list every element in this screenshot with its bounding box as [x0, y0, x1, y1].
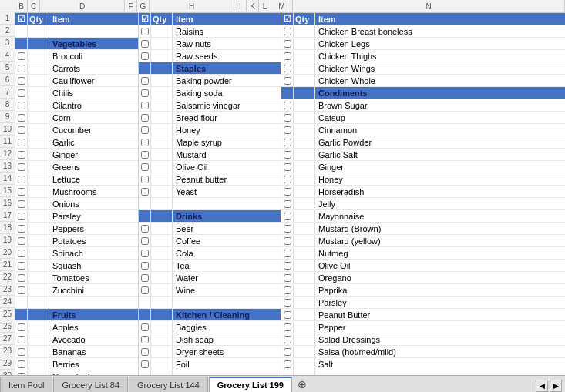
list-item: Corn: [15, 112, 138, 124]
list-item: Greens: [15, 161, 138, 173]
list-item: Maple syrup: [139, 136, 281, 149]
list-item: Bananas: [15, 346, 138, 358]
col2-header-qty: Qty: [151, 13, 173, 25]
list-item: Chicken Legs: [281, 38, 565, 50]
list-item: Balsamic vinegar: [139, 99, 281, 112]
col1-header-qty: Qty: [28, 13, 49, 25]
columns-wrapper: ☑ Qty Item Vegetables Broccoli Carro: [15, 12, 565, 375]
list-item: Peanut butter: [139, 173, 281, 186]
col-d: D: [40, 0, 125, 12]
list-item: Olive Oil: [281, 260, 565, 272]
list-item: Jelly: [281, 198, 565, 210]
list-item: Cucumber: [15, 124, 138, 136]
col-b: B: [15, 0, 28, 12]
tab-grocery-199[interactable]: Grocery List 199: [209, 377, 292, 392]
list-item: Raw nuts: [139, 38, 281, 50]
list-item: Dish soap: [139, 333, 281, 346]
tab-scroll-left-button[interactable]: ◀: [536, 380, 548, 392]
col-k: K: [247, 0, 259, 12]
col3-header-qty: Qty: [294, 13, 315, 25]
list-item: Baking powder: [139, 75, 281, 87]
col-group-1: ☑ Qty Item Vegetables Broccoli Carro: [15, 13, 139, 375]
list-item: Olive Oil: [139, 161, 281, 173]
list-item: Chilis: [15, 87, 138, 99]
col-c: C: [28, 0, 40, 12]
list-item: Baking soda: [139, 87, 281, 99]
list-item: Chicken Wings: [281, 62, 565, 75]
tab-item-pool[interactable]: Item Pool: [0, 377, 52, 392]
col-group-2: ☑ Qty Item Raisins Raw nuts Raw seeds St…: [139, 13, 281, 375]
list-item: Honey: [139, 124, 281, 136]
list-item: Chicken Breast boneless: [281, 25, 565, 38]
add-sheet-button[interactable]: ⊕: [293, 377, 311, 392]
list-item: Coffee: [139, 235, 281, 247]
col1-row-2: [15, 25, 138, 38]
tab-grocery-84[interactable]: Grocery List 84: [53, 377, 128, 392]
list-item: Spinach: [15, 247, 138, 260]
col2-header-checkbox: ☑: [139, 13, 151, 25]
list-item: Squash: [15, 260, 138, 272]
list-item: Nutmeg: [281, 247, 565, 260]
col2-category-kitchen: Kitchen / Cleaning: [139, 309, 281, 321]
list-item: Tomatoes: [15, 272, 138, 284]
list-item: Dryer sheets: [139, 346, 281, 358]
list-item: Mayonnaise: [281, 210, 565, 223]
col2-category-staples: Staples: [139, 62, 281, 75]
list-item: Parsley: [15, 210, 138, 223]
list-item: Garlic Powder: [281, 136, 565, 149]
col-h: H: [150, 0, 234, 12]
list-item: Tea: [139, 260, 281, 272]
list-item: Ginger: [15, 149, 138, 161]
list-item: Ginger: [281, 161, 565, 173]
col2-category-drinks: Drinks: [139, 210, 281, 223]
col1-header-item: Item: [49, 13, 138, 25]
list-item: Broccoli: [15, 50, 138, 62]
col1-category-vegetables: Vegetables: [15, 38, 138, 50]
col1-category-fruits: Fruits: [15, 309, 138, 321]
col2-header-item: Item: [173, 13, 281, 25]
list-item: Yeast: [139, 186, 281, 198]
col3-header-row: ☑ Qty Item: [281, 13, 565, 25]
list-item: Peppers: [15, 223, 138, 235]
spreadsheet: B C D F G H I K L M N 1 2 3 4 5 6 7 8 9 …: [0, 0, 565, 392]
list-item: Parsley: [281, 297, 565, 309]
col3-category-condiments: Condiments: [281, 87, 565, 99]
list-item: Apples: [15, 321, 138, 333]
list-item: Salsa (hot/med/mild): [281, 346, 565, 358]
list-item: Horseradish: [281, 186, 565, 198]
list-item: Oregano: [281, 272, 565, 284]
list-item: Avocado: [15, 333, 138, 346]
list-item: Lettuce: [15, 173, 138, 186]
col-headers: B C D F G H I K L M N: [0, 0, 565, 12]
row-num-header: 1: [0, 12, 15, 25]
list-item: Zucchini: [15, 284, 138, 297]
col-g: G: [137, 0, 150, 12]
col3-header-item: Item: [315, 13, 565, 25]
list-item: Garlic Salt: [281, 149, 565, 161]
list-item: Mushrooms: [15, 186, 138, 198]
list-item: Potatoes: [15, 235, 138, 247]
list-item: Carrots: [15, 62, 138, 75]
col-f: F: [125, 0, 137, 12]
list-item: Chicken Thighs: [281, 50, 565, 62]
row-numbers: 1 2 3 4 5 6 7 8 9 10 11 12 13 14 15 16 1…: [0, 12, 15, 375]
list-item: Mustard (Brown): [281, 223, 565, 235]
list-item: Water: [139, 272, 281, 284]
list-item: Foil: [139, 358, 281, 370]
list-item: Raisins: [139, 25, 281, 38]
col2-empty-row-19: [139, 198, 281, 210]
list-item: Berries: [15, 358, 138, 370]
list-item: Honey: [281, 173, 565, 186]
col3-header-checkbox: ☑: [281, 13, 294, 25]
list-item: Raw seeds: [139, 50, 281, 62]
tab-nav-controls: ◀ ▶: [536, 380, 565, 392]
tab-scroll-right-button[interactable]: ▶: [550, 380, 562, 392]
col1-row-24: [15, 297, 138, 309]
main-grid-area: 1 2 3 4 5 6 7 8 9 10 11 12 13 14 15 16 1…: [0, 12, 565, 375]
list-item: Peanut Butter: [281, 309, 565, 321]
list-item: Baggies: [139, 321, 281, 333]
tab-grocery-144[interactable]: Grocery List 144: [129, 377, 208, 392]
list-item: Pepper: [281, 321, 565, 333]
col-m: M: [271, 0, 293, 12]
col-i: I: [234, 0, 247, 12]
